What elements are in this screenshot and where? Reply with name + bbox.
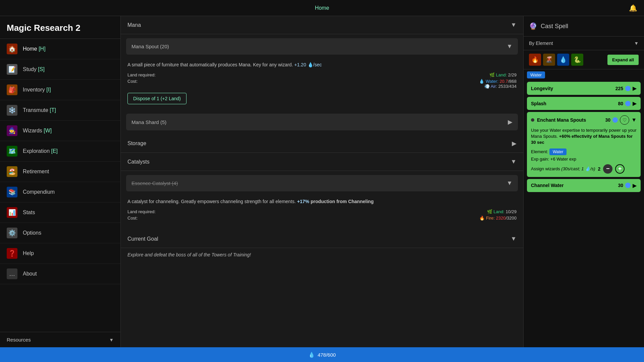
element-filters: 🔥🌋💧🐍 Expand all — [524, 50, 644, 69]
center-content: Mana▼Mana Spout (20)▼A small piece of fu… — [121, 16, 523, 347]
sidebar-label-study: Study [S] — [23, 66, 45, 72]
expand-all-button[interactable]: Expand all — [607, 55, 639, 65]
top-bar-title: Home — [315, 5, 329, 11]
section-header-catalysts[interactable]: Catalysts▼ — [121, 153, 523, 171]
help-icon: ❓ — [7, 248, 17, 259]
land-label: Land required: — [127, 209, 156, 214]
options-icon: ⚙️ — [7, 228, 17, 238]
sidebar-item-stats[interactable]: 📊Stats — [0, 202, 120, 223]
by-element-label: By Element — [529, 41, 553, 46]
spell-cost-splash: 80 — [618, 101, 623, 106]
assign-label: Assign wizards (30s/cast; 1 💧/s) — [531, 166, 595, 171]
spell-item-longevity[interactable]: Longevity 225 ▶ — [527, 82, 641, 95]
sidebar-item-exploration[interactable]: 🗺️Exploration [E] — [0, 141, 120, 162]
exploration-icon: 🗺️ — [7, 146, 17, 157]
section-header-storage[interactable]: Storage▶ — [121, 134, 523, 153]
item-details-essence-catalyst: A catalyst for channeling. Greatly empow… — [121, 195, 523, 230]
sidebar-item-compendium[interactable]: 📚Compendium — [0, 182, 120, 202]
spell-name-longevity: Longevity — [531, 86, 553, 91]
sidebar-item-help[interactable]: ❓Help — [0, 243, 120, 264]
item-row-essence-catalyst[interactable]: Essence Catalyst (4)▼ — [126, 175, 518, 191]
sidebar-item-inventory[interactable]: 🎒Inventory [I] — [0, 80, 120, 100]
right-panel: 🔮 Cast Spell By Element ▼ 🔥🌋💧🐍 Expand al… — [523, 16, 644, 347]
fire-element-icon[interactable]: 🔥 — [529, 54, 541, 66]
spell-dot-icon — [531, 118, 534, 122]
nature-element-icon[interactable]: 🐍 — [571, 54, 583, 66]
inventory-icon: 🎒 — [7, 84, 17, 95]
sidebar-item-wizards[interactable]: 🧙Wizards [W] — [0, 121, 120, 141]
section-title-storage: Storage — [127, 140, 146, 146]
stat-icon: 💧 Water: — [479, 79, 498, 84]
by-element-header[interactable]: By Element ▼ — [524, 37, 644, 50]
sidebar-item-study[interactable]: 📝Study [S] — [0, 59, 120, 80]
item-description-essence-catalyst: A catalyst for channeling. Greatly empow… — [127, 198, 517, 205]
app-title: Magic Research 2 — [0, 16, 120, 39]
mana-dot-expanded-enchant-mana-spouts — [612, 117, 618, 123]
stat-value: 2533/434 — [498, 84, 517, 89]
sidebar-item-options[interactable]: ⚙️Options — [0, 223, 120, 243]
section-header-current-goal[interactable]: Current Goal▼ — [121, 230, 523, 248]
stat-suffix: /868 — [508, 79, 517, 84]
bottom-bar: 💧 478/600 — [0, 347, 644, 362]
goal-text: Explore and defeat the boss of all of th… — [121, 248, 523, 261]
mana-bonus: +1.20 💧/sec — [294, 62, 322, 67]
spell-expanded-header-enchant-mana-spouts: Enchant Mana Spouts 30 ♡ ▼ — [531, 115, 637, 125]
stat-value: 20.7 — [499, 79, 508, 84]
bell-icon[interactable]: 🔔 — [629, 4, 637, 12]
stat-icon: 💨 Air: — [484, 84, 497, 89]
spell-chevron-channel-water: ▶ — [633, 182, 637, 189]
earth-element-icon[interactable]: 🌋 — [543, 54, 555, 66]
item-row-mana-shard[interactable]: Mana Shard (5)▶ — [126, 114, 518, 130]
item-label-mana-spout: Mana Spout (20) — [131, 44, 169, 49]
spell-expanded-title-enchant-mana-spouts: Enchant Mana Spouts — [537, 117, 586, 123]
mana-dot-splash — [625, 101, 631, 106]
spell-desc-enchant-mana-spouts: Use your Water expertise to temporarily … — [531, 127, 637, 146]
spell-expanded-chevron-enchant-mana-spouts[interactable]: ▼ — [631, 117, 637, 123]
item-chevron-mana-spout: ▼ — [506, 43, 513, 50]
resources-chevron: ▼ — [109, 337, 114, 343]
stat-row-Fire: 🔥 Fire: 2320/3200 — [479, 216, 517, 221]
retirement-icon: 🏖️ — [7, 166, 17, 177]
land-row: Land required:🌿 Land: 10/29 — [127, 209, 517, 214]
mana-dot-longevity — [625, 86, 631, 91]
spell-expanded-enchant-mana-spouts: Enchant Mana Spouts 30 ♡ ▼ Use your Wate… — [527, 112, 641, 177]
item-label-mana-shard: Mana Shard (5) — [131, 119, 166, 125]
sidebar-item-about[interactable]: …About — [0, 264, 120, 284]
item-row-mana-spout[interactable]: Mana Spout (20)▼ — [126, 38, 518, 55]
sidebar-label-transmute: Transmute [T] — [23, 107, 56, 113]
item-stats-mana-spout: Land required:🌿 Land: 2/29Cost:💧 Water: … — [127, 72, 517, 89]
assign-count: 2 — [598, 166, 601, 172]
favorite-button-enchant-mana-spouts[interactable]: ♡ — [620, 115, 629, 125]
cost-row: Cost:🔥 Fire: 2320/3200 — [127, 216, 517, 221]
assign-minus-button[interactable]: − — [603, 164, 612, 174]
cost-label: Cost: — [127, 216, 138, 221]
spell-list: Longevity 225 ▶ Splash 80 ▶ Enchant Mana… — [524, 80, 644, 194]
spell-right-longevity: 225 ▶ — [615, 85, 637, 92]
cast-spell-icon: 🔮 — [529, 22, 537, 30]
item-chevron-mana-shard: ▶ — [508, 118, 513, 126]
cost-values: 💧 Water: 20.7/868💨 Air: 2533/434 — [479, 79, 517, 89]
sidebar-resources[interactable]: Resources ▼ — [0, 332, 120, 347]
land-row: Land required:🌿 Land: 2/29 — [127, 72, 517, 77]
spell-item-channel-water[interactable]: Channel Water 30 ▶ — [527, 179, 641, 192]
item-description-mana-spout: A small piece of furniture that automati… — [127, 61, 517, 68]
main-layout: Magic Research 2 🏠Home [H]📝Study [S]🎒Inv… — [0, 16, 644, 347]
sidebar-item-transmute[interactable]: ❄️Transmute [T] — [0, 100, 120, 121]
section-current-goal: Current Goal▼Explore and defeat the boss… — [121, 230, 523, 261]
spell-exp-value: +6 Water exp — [550, 157, 576, 162]
section-title-current-goal: Current Goal — [127, 236, 158, 242]
sidebar-item-home[interactable]: 🏠Home [H] — [0, 39, 120, 59]
spell-item-splash[interactable]: Splash 80 ▶ — [527, 97, 641, 110]
assign-plus-button[interactable]: + — [615, 164, 625, 174]
dispose-button[interactable]: Dispose of 1 (+2 Land) — [127, 93, 186, 104]
mana-dot-channel-water — [625, 183, 631, 188]
section-header-mana[interactable]: Mana▼ — [121, 16, 523, 34]
spell-expanded-name-enchant-mana-spouts: Enchant Mana Spouts — [531, 117, 586, 123]
section-chevron-storage: ▶ — [512, 140, 517, 147]
spell-chevron-splash: ▶ — [633, 100, 637, 107]
water-element-icon[interactable]: 💧 — [557, 54, 569, 66]
spell-left-channel-water: Channel Water — [531, 183, 564, 188]
sidebar-item-retirement[interactable]: 🏖️Retirement — [0, 162, 120, 182]
water-filter-badge[interactable]: Water — [527, 71, 545, 78]
section-chevron-mana: ▼ — [511, 21, 517, 28]
